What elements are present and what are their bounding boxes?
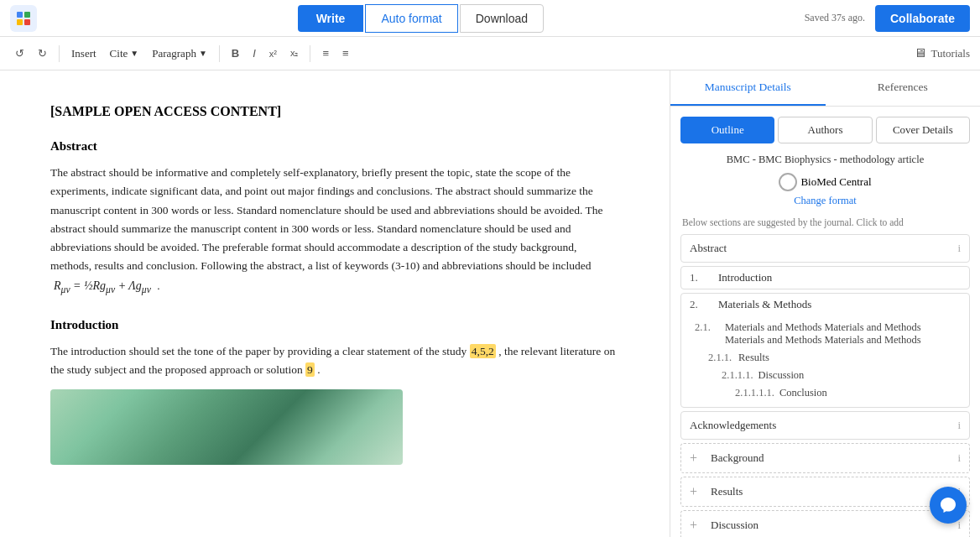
collaborate-button[interactable]: Collaborate [875,5,970,32]
chat-button[interactable] [930,487,967,524]
autoformat-button[interactable]: Auto format [365,4,457,33]
editor-area[interactable]: [SAMPLE OPEN ACCESS CONTENT] Abstract Th… [0,70,670,537]
sub-tab-cover-details[interactable]: Cover Details [876,117,970,143]
panel-tabs: Manuscript Details References [670,70,980,107]
nested-num-2111: 2.1.1.1. [722,369,753,382]
introduction-heading: Introduction [50,318,619,332]
toolbar-separator-1 [59,45,60,62]
document-title: [SAMPLE OPEN ACCESS CONTENT] [50,104,619,119]
tutorials-link[interactable]: 🖥 Tutorials [914,46,970,60]
outline-discussion-section: + Discussion i [680,510,970,537]
bullet-list-button[interactable]: ≡ [317,44,334,63]
cite-dropdown[interactable]: Cite ▼ [105,44,144,64]
tab-manuscript-details[interactable]: Manuscript Details [670,70,826,106]
outline-item-211[interactable]: 2.1.1. Results [708,349,961,367]
nested-label-21111: Conclusion [779,387,827,399]
formula: Rμν = ½Rgμν + Λgμν [54,276,151,298]
info-icon-abstract[interactable]: i [957,242,961,255]
redo-button[interactable]: ↻ [33,44,52,63]
outline-results-item[interactable]: + Results i [681,477,969,506]
intro-end: . [317,363,320,376]
top-navigation: Write Auto format Download Saved 37s ago… [0,0,980,37]
abstract-text-end: included [552,259,592,272]
sub-tabs: Outline Authors Cover Details [680,117,970,143]
section-hint: Below sections are suggested by the jour… [680,217,970,227]
outline-background-section: + Background i [680,443,970,473]
tutorials-icon: 🖥 [914,46,926,60]
formula-end: . [157,279,159,292]
toolbar-separator-3 [310,45,310,62]
abstract-text: The abstract should be informative and c… [50,166,602,272]
outline-abstract-section: Abstract i [680,234,970,263]
change-format-link[interactable]: Change format [680,195,970,207]
italic-button[interactable]: I [248,44,261,63]
outline-discussion-label: Discussion [711,519,758,532]
outline-abstract-item[interactable]: Abstract i [681,235,969,262]
svg-rect-3 [24,19,30,25]
add-icon-results[interactable]: + [690,484,697,499]
nav-left [10,5,37,32]
tab-references[interactable]: References [826,70,981,106]
outline-materials-section: 2. Materials & Methods 2.1. Materials an… [680,293,970,408]
svg-rect-2 [17,19,23,25]
svg-rect-0 [17,12,23,18]
intro-citation-num: 9 [305,362,315,377]
outline-materials-item[interactable]: 2. Materials & Methods [681,294,969,315]
nested-num-21111: 2.1.1.1.1. [735,387,774,399]
sub-tab-authors[interactable]: Authors [778,117,872,143]
nested-label-211: Results [738,352,769,364]
subscript-button[interactable]: x₂ [285,44,304,62]
toolbar-separator-2 [219,45,220,62]
outline-materials-label: Materials & Methods [718,298,961,311]
content-image [50,389,403,465]
outline-deepest: 2.1.1.1. Discussion 2.1.1.1.1. Conclusio… [708,367,961,402]
info-icon-acknowledgements[interactable]: i [957,419,961,432]
paragraph-dropdown[interactable]: Paragraph ▼ [147,44,212,64]
add-icon-discussion[interactable]: + [690,518,697,533]
sub-tab-outline[interactable]: Outline [680,117,774,143]
outline-acknowledgements-item[interactable]: Acknowledgements i [681,412,969,439]
insert-dropdown[interactable]: Insert [66,44,102,64]
info-icon-background[interactable]: i [957,451,961,465]
insert-label: Insert [71,47,96,60]
outline-item-21[interactable]: 2.1. Materials and Methods Materials and… [695,319,961,349]
outline-deeper: 2.1.1. Results 2.1.1.1. Discussion 2.1.1… [695,349,961,402]
journal-info: BMC - BMC Biophysics - methodology artic… [680,154,970,166]
nested-num-211: 2.1.1. [708,352,733,364]
download-button[interactable]: Download [460,4,544,33]
add-icon-background[interactable]: + [690,451,697,466]
logo-icon[interactable] [10,5,37,32]
bold-button[interactable]: B [227,44,244,63]
abstract-heading: Abstract [50,139,619,154]
toolbar: ↺ ↻ Insert Cite ▼ Paragraph ▼ B I x² x₂ … [0,37,980,70]
panel-content: Outline Authors Cover Details BMC - BMC … [670,107,980,537]
saved-status: Saved 37s ago. [805,12,865,24]
nav-right: Saved 37s ago. Collaborate [805,5,970,32]
nested-label-2111: Discussion [758,369,805,382]
svg-rect-1 [24,12,30,18]
cite-label: Cite [110,47,128,60]
undo-button[interactable]: ↺ [10,44,29,63]
biomed-label: BioMed Central [800,175,871,189]
outline-intro-num: 1. [690,271,713,284]
nested-num-21: 2.1. [695,321,720,347]
superscript-button[interactable]: x² [264,45,282,62]
paragraph-chevron-icon: ▼ [199,49,207,58]
outline-discussion-item[interactable]: + Discussion i [681,511,969,537]
outline-item-21111[interactable]: 2.1.1.1.1. Conclusion [735,384,961,402]
paragraph-label: Paragraph [152,47,196,60]
journal-logo: BioMed Central [680,173,970,191]
outline-intro-section: 1. Introduction [680,266,970,289]
outline-background-item[interactable]: + Background i [681,444,969,472]
main-layout: [SAMPLE OPEN ACCESS CONTENT] Abstract Th… [0,70,980,537]
introduction-paragraph: The introduction should set the tone of … [50,342,619,380]
write-button[interactable]: Write [298,5,364,32]
abstract-paragraph: The abstract should be informative and c… [50,164,619,298]
outline-item-2111[interactable]: 2.1.1.1. Discussion [722,367,961,384]
outline-intro-item[interactable]: 1. Introduction [681,267,969,289]
nested-label-21: Materials and Methods Materials and Meth… [725,321,961,347]
nav-center: Write Auto format Download [298,4,544,33]
number-list-button[interactable]: ≡ [337,44,354,63]
outline-nested-21: 2.1. Materials and Methods Materials and… [681,315,969,407]
outline-results-section: + Results i [680,477,970,507]
